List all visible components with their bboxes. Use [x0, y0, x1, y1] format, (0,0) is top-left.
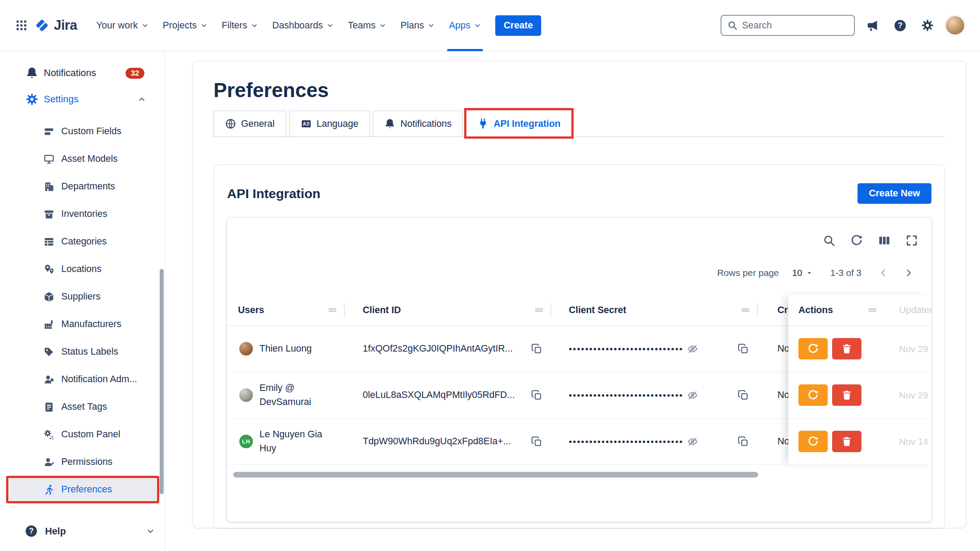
sidebar-item-notification-admin[interactable]: Notification Adm... [0, 366, 164, 393]
eye-off-icon[interactable] [687, 436, 698, 447]
sidebar-item-label: Status Labels [61, 346, 118, 357]
client-id-value: 1fxQOf2s2gKGJ0IQPIhAntAGytIR... [363, 343, 513, 354]
sidebar-scrollbar[interactable] [160, 269, 164, 494]
updated-value: Nov 29 [899, 390, 928, 401]
building-icon [43, 181, 55, 192]
secret-mask: •••••••••••••••••••••••••••• [569, 344, 683, 354]
sidebar-item-status-labels[interactable]: Status Labels [0, 338, 164, 366]
sidebar-item-locations[interactable]: Locations [0, 255, 164, 283]
previous-page-button[interactable] [874, 263, 893, 282]
columns-icon[interactable] [878, 234, 891, 247]
sidebar-item-inventories[interactable]: Inventories [0, 200, 164, 228]
tab-label: General [241, 119, 275, 129]
copy-icon[interactable] [531, 343, 542, 355]
sidebar-item-notifications[interactable]: Notifications 32 [0, 60, 164, 86]
tab-label: Notifications [400, 119, 452, 129]
copy-icon[interactable] [738, 343, 749, 355]
tab-general[interactable]: General [214, 111, 286, 136]
refresh-icon[interactable] [850, 234, 863, 247]
delete-key-button[interactable] [832, 338, 861, 359]
help-button[interactable]: ? [890, 15, 910, 35]
rows-per-page-select[interactable]: 10 [792, 268, 813, 278]
copy-icon[interactable] [531, 436, 542, 447]
regenerate-key-button[interactable] [798, 338, 828, 359]
regenerate-key-button[interactable] [798, 384, 828, 406]
nav-item-dashboards[interactable]: Dashboards [265, 0, 341, 51]
tab-language[interactable]: A Language [289, 111, 370, 136]
chevron-down-icon [379, 22, 386, 29]
client-id-cell: 1fxQOf2s2gKGJ0IQPIhAntAGytIR... [345, 343, 551, 355]
nav-item-apps[interactable]: Apps [442, 0, 488, 51]
sidebar-item-settings[interactable]: Settings [0, 86, 164, 112]
gear-sliders-icon [43, 429, 55, 440]
drag-handle-icon[interactable] [740, 305, 751, 315]
settings-submenu: Custom Fields Asset Models [0, 118, 164, 503]
sidebar-item-label: Permissions [61, 457, 112, 467]
column-label: Users [238, 305, 264, 316]
sidebar-item-departments[interactable]: Departments [0, 173, 164, 200]
nav-item-label: Filters [222, 20, 248, 31]
nav-item-filters[interactable]: Filters [215, 0, 266, 51]
sidebar-item-label: Asset Models [61, 153, 118, 164]
jira-wordmark: Jira [54, 17, 77, 33]
sidebar-item-label: Asset Tags [61, 401, 107, 412]
eye-off-icon[interactable] [687, 343, 698, 355]
sidebar-item-help[interactable]: ? Help [0, 517, 164, 545]
user-avatar: LH [239, 435, 253, 448]
column-header-users[interactable]: Users [227, 295, 345, 325]
sidebar-item-suppliers[interactable]: Suppliers [0, 283, 164, 310]
sidebar-item-label: Categories [61, 236, 107, 247]
sidebar-item-manufacturers[interactable]: Manufacturers [0, 310, 164, 338]
person-check-icon [43, 457, 55, 468]
fullscreen-icon[interactable] [905, 234, 918, 247]
drag-handle-icon[interactable] [867, 305, 878, 315]
search-input[interactable] [742, 20, 848, 31]
sidebar-item-asset-tags[interactable]: Asset Tags [0, 393, 164, 421]
chevron-down-icon [200, 22, 208, 29]
list-table-icon [43, 236, 55, 248]
nav-item-your-work[interactable]: Your work [89, 0, 156, 51]
column-header-actions: Actions Updated [788, 295, 931, 326]
drag-handle-icon[interactable] [327, 305, 338, 315]
next-page-button[interactable] [899, 263, 918, 282]
sidebar-item-preferences[interactable]: Preferences [8, 478, 157, 501]
sidebar-item-label: Manufacturers [61, 319, 121, 330]
user-avatar [239, 388, 253, 402]
client-id-value: 0leLuL8aSXQLAMqPMtIly05RdFD... [363, 390, 515, 401]
sidebar-item-asset-models[interactable]: Asset Models [0, 145, 164, 173]
delete-key-button[interactable] [832, 431, 861, 452]
nav-item-label: Apps [449, 20, 470, 31]
create-new-button[interactable]: Create New [858, 183, 931, 204]
sidebar-item-label: Suppliers [61, 291, 101, 302]
profile-avatar[interactable] [945, 15, 965, 35]
announcements-button[interactable] [862, 15, 882, 35]
tab-notifications[interactable]: Notifications [373, 111, 463, 136]
drag-handle-icon[interactable] [534, 305, 544, 315]
search-icon[interactable] [822, 234, 836, 247]
regenerate-key-button[interactable] [798, 431, 828, 452]
api-table-panel: Rows per page 10 1-3 of 3 [227, 218, 931, 522]
copy-icon[interactable] [738, 436, 749, 447]
column-header-client-secret[interactable]: Client Secret [551, 295, 758, 325]
sidebar-item-custom-fields[interactable]: Custom Fields [0, 118, 164, 145]
copy-icon[interactable] [738, 390, 749, 401]
sidebar-item-custom-panel[interactable]: Custom Panel [0, 421, 164, 448]
eye-off-icon[interactable] [687, 390, 698, 401]
nav-item-projects[interactable]: Projects [156, 0, 215, 51]
delete-key-button[interactable] [832, 384, 861, 406]
chevron-down-icon [141, 22, 149, 29]
tab-api-integration[interactable]: API Integration [466, 111, 572, 136]
create-button[interactable]: Create [495, 15, 541, 36]
nav-item-teams[interactable]: Teams [341, 0, 393, 51]
sidebar-item-permissions[interactable]: Permissions [0, 448, 164, 476]
column-header-client-id[interactable]: Client ID [345, 295, 551, 325]
sidebar-item-categories[interactable]: Categories [0, 228, 164, 255]
horizontal-scrollbar[interactable] [233, 472, 758, 478]
settings-button[interactable] [917, 15, 938, 35]
nav-item-plans[interactable]: Plans [393, 0, 442, 51]
jira-logo[interactable]: Jira [32, 17, 82, 33]
actions-cell: Nov 14 [788, 418, 931, 465]
megaphone-icon [866, 19, 879, 32]
app-switcher-button[interactable] [11, 15, 32, 35]
copy-icon[interactable] [531, 390, 542, 401]
